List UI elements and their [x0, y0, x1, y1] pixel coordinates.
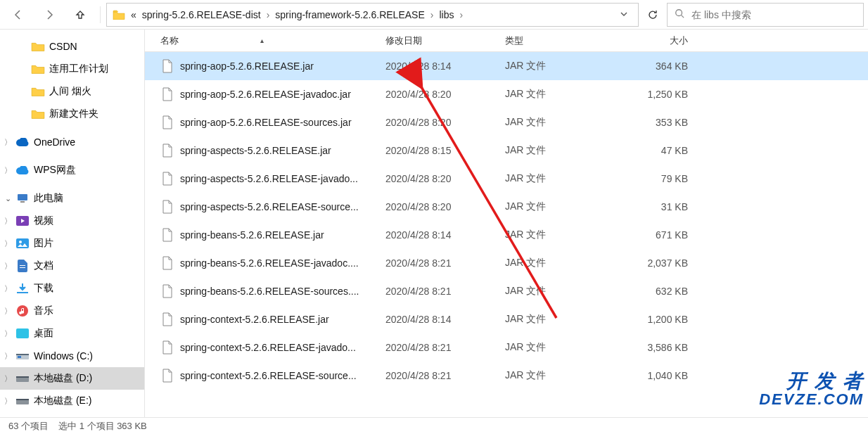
file-size: 632 KB [618, 286, 702, 297]
breadcrumb-seg[interactable]: libs [439, 9, 454, 20]
file-type: JAR 文件 [505, 116, 618, 129]
tree-label: 视频 [34, 215, 53, 227]
breadcrumb-seg[interactable]: spring-framework-5.2.6.RELEASE [275, 9, 424, 20]
file-row[interactable]: spring-aspects-5.2.6.RELEASE-source...20… [145, 193, 868, 221]
file-name: spring-aop-5.2.6.RELEASE-sources.jar [180, 117, 385, 128]
tree-item-onedrive[interactable]: 〉OneDrive [0, 131, 144, 153]
expand-icon[interactable]: 〉 [0, 165, 15, 176]
tree-item-music[interactable]: 〉音乐 [0, 300, 144, 322]
tree-item-desktop[interactable]: 〉桌面 [0, 322, 144, 345]
file-row[interactable]: spring-context-5.2.6.RELEASE.jar2020/4/2… [145, 305, 868, 333]
expand-icon[interactable]: 〉 [0, 351, 15, 362]
file-size: 671 KB [618, 229, 702, 241]
tree-item-this-pc[interactable]: ⌄此电脑 [0, 187, 144, 210]
file-row[interactable]: spring-aop-5.2.6.RELEASE-sources.jar2020… [145, 108, 868, 136]
file-icon [160, 312, 174, 326]
tree-item-downloads[interactable]: 〉下载 [0, 277, 144, 300]
folder-icon [113, 8, 125, 21]
file-size: 3,586 KB [618, 342, 702, 353]
expand-icon[interactable]: 〉 [0, 238, 15, 249]
search-input[interactable] [690, 8, 856, 21]
file-row[interactable]: spring-aop-5.2.6.RELEASE-javadoc.jar2020… [145, 80, 868, 108]
download-icon [15, 281, 30, 295]
expand-icon[interactable]: 〉 [0, 374, 15, 384]
file-date: 2020/4/28 8:20 [385, 173, 505, 184]
tree-item-videos[interactable]: 〉视频 [0, 210, 144, 232]
tree-item-folder[interactable]: 人间 烟火 [0, 80, 144, 103]
file-date: 2020/4/28 8:14 [385, 314, 505, 325]
svg-rect-11 [18, 356, 21, 358]
file-size: 79 KB [618, 173, 702, 184]
tree-label: WPS网盘 [34, 164, 76, 177]
tree-item-drive-d[interactable]: 〉本地磁盘 (D:) [0, 367, 144, 390]
expand-icon[interactable]: 〉 [0, 261, 15, 272]
nav-forward-button[interactable] [35, 4, 63, 26]
svg-point-0 [676, 10, 682, 16]
column-header-type[interactable]: 类型 [505, 34, 618, 47]
file-row[interactable]: spring-aop-5.2.6.RELEASE.jar2020/4/28 8:… [145, 52, 868, 80]
nav-back-button[interactable] [4, 4, 32, 26]
file-type: JAR 文件 [505, 285, 618, 298]
tree-item-drive-e[interactable]: 〉本地磁盘 (E:) [0, 390, 144, 412]
chevron-right-icon: › [430, 9, 434, 20]
breadcrumb-seg[interactable]: spring-5.2.6.RELEASE-dist [142, 9, 261, 20]
tree-label: 本地磁盘 (E:) [34, 395, 91, 407]
file-type: JAR 文件 [505, 341, 618, 354]
chevron-right-icon: › [459, 9, 463, 20]
breadcrumb: « spring-5.2.6.RELEASE-dist › spring-fra… [131, 9, 463, 20]
file-row[interactable]: spring-beans-5.2.6.RELEASE-javadoc....20… [145, 249, 868, 277]
tree-item-folder[interactable]: 连用工作计划 [0, 58, 144, 80]
svg-rect-6 [17, 292, 28, 293]
file-row[interactable]: spring-context-5.2.6.RELEASE-javado...20… [145, 333, 868, 362]
file-row[interactable]: spring-context-5.2.6.RELEASE-source...20… [145, 362, 868, 390]
music-icon [15, 304, 30, 318]
tree-item-wps[interactable]: 〉WPS网盘 [0, 159, 144, 181]
column-header-size[interactable]: 大小 [618, 34, 702, 47]
file-name: spring-context-5.2.6.RELEASE-javado... [180, 342, 385, 353]
column-header-date[interactable]: 修改日期 [385, 34, 505, 47]
tree-label: 本地磁盘 (D:) [34, 372, 92, 385]
file-row[interactable]: spring-aspects-5.2.6.RELEASE-javado...20… [145, 165, 868, 193]
file-date: 2020/4/28 8:14 [385, 60, 505, 72]
expand-icon[interactable]: 〉 [0, 137, 15, 148]
file-icon [160, 228, 174, 242]
search-box[interactable] [667, 3, 864, 27]
tree-label: 下载 [34, 282, 53, 295]
tree-item-documents[interactable]: 〉文档 [0, 255, 144, 277]
expand-icon[interactable]: 〉 [0, 328, 15, 339]
file-row[interactable]: spring-beans-5.2.6.RELEASE.jar2020/4/28 … [145, 221, 868, 249]
file-name: spring-beans-5.2.6.RELEASE-sources.... [180, 286, 385, 297]
tree-label: CSDN [49, 41, 77, 52]
tree-label: Windows (C:) [34, 350, 93, 362]
folder-icon [31, 107, 45, 121]
file-icon [160, 340, 174, 355]
expand-icon[interactable]: 〉 [0, 283, 15, 294]
file-size: 47 KB [618, 145, 702, 156]
file-list-pane: 名称▴ 修改日期 类型 大小 spring-aop-5.2.6.RELEASE.… [144, 30, 868, 417]
file-type: JAR 文件 [505, 172, 618, 185]
file-row[interactable]: spring-beans-5.2.6.RELEASE-sources....20… [145, 277, 868, 305]
tree-item-pictures[interactable]: 〉图片 [0, 232, 144, 255]
nav-up-button[interactable] [66, 4, 94, 26]
document-icon [15, 259, 30, 273]
file-type: JAR 文件 [505, 229, 618, 241]
chevron-right-icon: › [267, 9, 270, 20]
tree-item-drive-c[interactable]: 〉Windows (C:) [0, 345, 144, 367]
expand-icon[interactable]: 〉 [0, 216, 15, 226]
breadcrumb-ellipsis[interactable]: « [131, 9, 136, 20]
tree-item-folder[interactable]: CSDN [0, 35, 144, 58]
file-icon [160, 369, 174, 383]
expand-icon[interactable]: 〉 [0, 396, 15, 407]
address-bar[interactable]: « spring-5.2.6.RELEASE-dist › spring-fra… [106, 3, 639, 27]
chevron-down-icon[interactable] [615, 9, 632, 20]
svg-rect-2 [20, 201, 25, 203]
refresh-button[interactable] [642, 3, 664, 27]
tree-label: 此电脑 [34, 192, 63, 205]
column-header-name[interactable]: 名称▴ [160, 34, 385, 47]
svg-point-5 [19, 241, 22, 243]
expand-icon[interactable]: 〉 [0, 306, 15, 317]
collapse-icon[interactable]: ⌄ [0, 194, 15, 203]
file-date: 2020/4/28 8:15 [385, 145, 505, 156]
tree-item-folder[interactable]: 新建文件夹 [0, 103, 144, 125]
file-row[interactable]: spring-aspects-5.2.6.RELEASE.jar2020/4/2… [145, 136, 868, 165]
